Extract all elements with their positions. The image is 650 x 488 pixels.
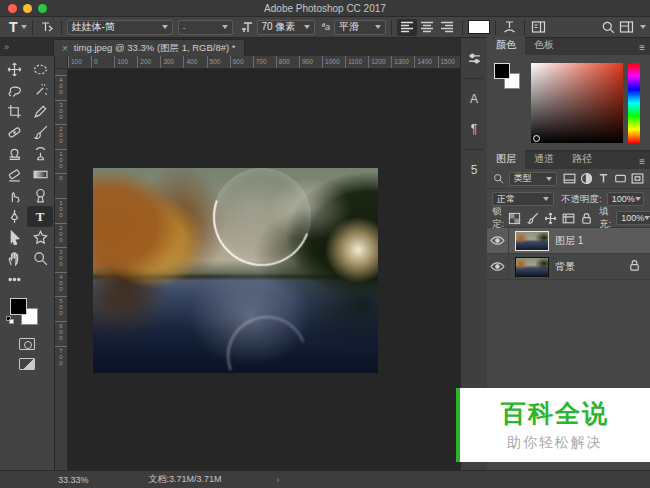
window-title: Adobe Photoshop CC 2017 xyxy=(0,3,650,14)
layers-panel-tab[interactable]: 图层 xyxy=(487,150,525,169)
layers-panel-tab[interactable]: 通道 xyxy=(525,150,563,169)
brush-tool[interactable] xyxy=(27,122,53,143)
marquee-tool[interactable] xyxy=(27,59,53,80)
layer-visibility-icon[interactable] xyxy=(487,254,509,279)
opacity-input[interactable]: 100% xyxy=(607,192,644,206)
blend-mode-select[interactable]: 正常 xyxy=(492,192,554,206)
warp-text-icon[interactable] xyxy=(501,18,519,36)
filter-shape-layers-icon[interactable] xyxy=(613,171,628,186)
eraser-tool[interactable] xyxy=(1,164,27,185)
workspace-switcher-icon[interactable] xyxy=(617,18,635,36)
color-panel-tab[interactable]: 颜色 xyxy=(487,36,525,55)
canvas-area[interactable] xyxy=(68,69,460,470)
lock-position-icon[interactable] xyxy=(543,211,558,226)
properties-panel-icon[interactable] xyxy=(464,48,484,68)
align-right-button[interactable] xyxy=(437,19,457,36)
color-panel: 颜色色板≡ xyxy=(487,38,650,150)
quick-mask-button[interactable] xyxy=(19,338,35,350)
panel-foreground-swatch[interactable] xyxy=(494,63,510,79)
magic-wand-tool[interactable] xyxy=(27,80,53,101)
shape-tool[interactable] xyxy=(27,227,53,248)
foreground-color-swatch[interactable] xyxy=(10,298,27,315)
healing-brush-tool[interactable] xyxy=(1,122,27,143)
pen-tool[interactable] xyxy=(1,206,27,227)
search-icon[interactable] xyxy=(599,18,617,36)
hue-slider[interactable] xyxy=(628,63,640,143)
zoom-level-field[interactable]: 33.33% xyxy=(58,475,89,485)
clone-stamp-tool[interactable] xyxy=(1,143,27,164)
text-orientation-icon[interactable] xyxy=(38,18,56,36)
lock-image-pixels-icon[interactable] xyxy=(525,211,540,226)
font-style-select[interactable]: - xyxy=(178,20,233,35)
color-panel-tab[interactable]: 色板 xyxy=(525,36,563,55)
ruler-tick-label: 3 0 0 xyxy=(55,100,67,120)
ruler-tick-label: 4 0 0 xyxy=(55,75,67,95)
divider xyxy=(465,149,483,150)
path-select-tool[interactable] xyxy=(1,227,27,248)
toggle-panels-icon[interactable] xyxy=(530,18,548,36)
layer-thumbnail[interactable] xyxy=(515,231,549,251)
layer-filter-kind-select[interactable]: 类型 xyxy=(509,172,557,186)
layer-row[interactable]: 背景 xyxy=(487,254,650,280)
character-panel-icon[interactable]: A xyxy=(464,89,484,109)
font-family-select[interactable]: 娃娃体-简 xyxy=(67,20,173,35)
ruler-tick-label: 6 0 0 xyxy=(55,321,67,341)
watermark-badge: 百科全说 助你轻松解决 xyxy=(456,388,650,462)
dodge-tool[interactable] xyxy=(27,185,53,206)
layer-visibility-icon[interactable] xyxy=(487,228,509,253)
panel-menu-icon[interactable]: ≡ xyxy=(634,42,650,55)
filter-adjustment-layers-icon[interactable] xyxy=(579,171,594,186)
paragraph-panel-icon[interactable]: ¶ xyxy=(464,119,484,139)
horizontal-ruler[interactable]: 1000100200300400500600700800900100011001… xyxy=(68,56,460,69)
lock-all-icon[interactable] xyxy=(579,211,594,226)
anti-alias-select[interactable]: 平滑 xyxy=(334,20,386,35)
type-tool[interactable]: T xyxy=(27,206,53,227)
hand-tool[interactable] xyxy=(1,248,27,269)
color-picker-cursor[interactable] xyxy=(533,135,540,142)
layer-row[interactable]: 图层 1 xyxy=(487,228,650,254)
align-left-button[interactable] xyxy=(397,19,417,36)
lock-artboard-icon[interactable] xyxy=(561,211,576,226)
zoom-tool[interactable] xyxy=(27,248,53,269)
chevron-down-icon xyxy=(546,177,552,181)
toolbar-collapse-icon[interactable]: » xyxy=(4,42,53,52)
font-size-select[interactable]: 70 像素 xyxy=(257,20,315,35)
lasso-tool[interactable] xyxy=(1,80,27,101)
saturation-brightness-picker[interactable] xyxy=(531,63,623,143)
color-wells xyxy=(10,298,44,328)
type-tool-preset-icon[interactable]: T xyxy=(9,19,18,35)
tool-options-bar: T 娃娃体-简 - 70 像素 ªa 平滑 xyxy=(0,17,650,38)
align-center-button[interactable] xyxy=(417,19,437,36)
vertical-ruler[interactable]: 4 0 03 0 02 0 01 0 001 0 02 0 03 0 04 0 … xyxy=(55,69,68,470)
opacity-label: 不透明度: xyxy=(561,193,602,206)
chevron-down-icon xyxy=(635,197,641,201)
ruler-tick-label: 300 xyxy=(160,56,183,68)
planet-reflection xyxy=(214,303,320,373)
separator xyxy=(32,20,33,35)
text-color-swatch[interactable] xyxy=(468,20,490,34)
default-colors-icon[interactable] xyxy=(6,316,14,324)
panel-menu-icon[interactable]: ≡ xyxy=(634,156,650,169)
crop-tool[interactable] xyxy=(1,101,27,122)
status-chevron-icon[interactable]: › xyxy=(277,475,280,485)
eyedropper-tool[interactable] xyxy=(27,101,53,122)
document-tab[interactable]: × timg.jpeg @ 33.3% (图层 1, RGB/8#) * xyxy=(53,39,245,56)
ruler-tick-label: 200 xyxy=(137,56,160,68)
close-tab-icon[interactable]: × xyxy=(62,43,68,54)
lock-transparent-pixels-icon[interactable] xyxy=(507,211,522,226)
filter-smart-objects-icon[interactable] xyxy=(630,171,645,186)
history-brush-tool[interactable] xyxy=(27,143,53,164)
screen-mode-button[interactable] xyxy=(19,358,35,370)
ruler-origin-corner[interactable] xyxy=(55,56,68,69)
layer-thumbnail[interactable] xyxy=(515,257,549,277)
edit-toolbar[interactable] xyxy=(1,269,27,290)
filter-pixel-layers-icon[interactable] xyxy=(562,171,577,186)
smudge-tool[interactable] xyxy=(1,185,27,206)
layers-panel-tab[interactable]: 路径 xyxy=(563,150,601,169)
gradient-tool[interactable] xyxy=(27,164,53,185)
fill-input[interactable]: 100% xyxy=(616,211,650,225)
filter-type-layers-icon[interactable] xyxy=(596,171,611,186)
glyphs-panel-icon[interactable]: 5 xyxy=(464,160,484,180)
move-tool[interactable] xyxy=(1,59,27,80)
document-image[interactable] xyxy=(93,168,378,373)
